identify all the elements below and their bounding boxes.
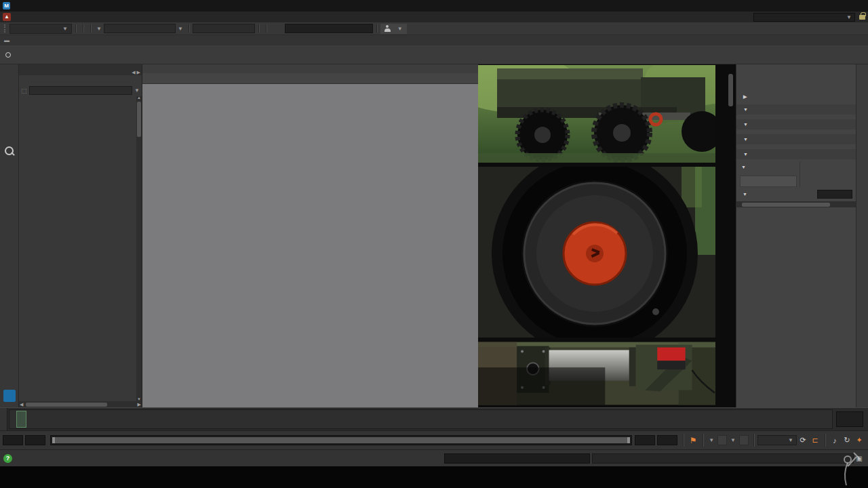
- outliner-tabs: ◀ ▶: [19, 64, 142, 75]
- shelf-menu-icon[interactable]: ▬: [4, 37, 9, 43]
- current-frame-marker[interactable]: [16, 411, 26, 428]
- rotate-settings-body: ▼: [736, 159, 856, 187]
- workspace-lock-icon[interactable]: [859, 15, 865, 20]
- rotate-space-select[interactable]: ▼: [740, 161, 797, 172]
- panel-stack-icon[interactable]: [2, 368, 17, 383]
- help-icon[interactable]: ?: [3, 454, 12, 463]
- filter-icon[interactable]: ⬚: [21, 87, 27, 94]
- scroll-up-icon[interactable]: ▲: [136, 96, 142, 100]
- mesh-section-header[interactable]: ▼: [736, 104, 856, 115]
- outliner-vertical-scrollbar[interactable]: ▲ ▼: [136, 96, 142, 401]
- zoom-tool-icon[interactable]: [2, 144, 17, 159]
- fps-select[interactable]: ▼: [757, 435, 797, 445]
- outliner-search-row: ⬚ ▼: [19, 85, 142, 96]
- chevron-down-icon: ▼: [846, 14, 852, 20]
- command-help-row: ? ▣: [0, 449, 868, 466]
- playback-start-field[interactable]: [25, 435, 45, 445]
- main-area: ◀ ▶ ⬚ ▼ ▲ ▼: [0, 64, 868, 407]
- playback-controls: [865, 408, 868, 430]
- menu-bar: ▲ ▼: [0, 12, 868, 22]
- menu-set-selector[interactable]: ▼: [9, 24, 72, 34]
- step-snap-row: ▼: [736, 187, 856, 199]
- viewport-canvas[interactable]: [142, 84, 478, 407]
- time-slider: [0, 407, 868, 430]
- status-grip[interactable]: [4, 24, 7, 33]
- reference-photo-winch: [478, 342, 715, 405]
- chevron-down-icon: ▼: [743, 152, 748, 157]
- toolkit-horizontal-scrollbar[interactable]: [736, 201, 856, 207]
- shelf-editor-icon[interactable]: [5, 52, 11, 58]
- selection-name-input[interactable]: [285, 24, 373, 33]
- shelf-tab-bar: ▬: [0, 35, 868, 45]
- anim-layer-caret[interactable]: ▼: [730, 437, 736, 443]
- reference-photo-hub-closeup: [478, 167, 715, 338]
- search-options-caret[interactable]: ▼: [134, 87, 140, 94]
- tools-section-header[interactable]: ▼: [736, 134, 856, 144]
- chevron-down-icon: ▼: [743, 107, 748, 112]
- symmetry-field[interactable]: [193, 24, 255, 33]
- anim-layer-select[interactable]: [739, 435, 749, 445]
- reference-image-panel: [478, 64, 736, 407]
- maya-window: M ▲ ▼ ▼: [0, 0, 868, 488]
- edit-pivot-button[interactable]: [740, 176, 797, 187]
- animation-start-field[interactable]: [3, 435, 23, 445]
- time-slider-ruler[interactable]: [9, 409, 833, 429]
- mel-command-input[interactable]: [444, 453, 590, 464]
- reference-photo-truck-rear: [478, 65, 715, 163]
- live-surface-caret[interactable]: ▼: [178, 26, 183, 32]
- chevron-down-icon: ▼: [788, 437, 793, 443]
- toolbox: [0, 64, 19, 407]
- chevron-down-icon: ▼: [743, 137, 748, 142]
- workspace-select[interactable]: ▼: [753, 13, 855, 22]
- rotate-settings-header[interactable]: ▼: [736, 149, 856, 159]
- evaluation-mode-icon[interactable]: ↻: [841, 436, 853, 445]
- outliner-horizontal-scrollbar[interactable]: ◀ ▶: [19, 401, 142, 407]
- script-editor-icon[interactable]: ▣: [854, 455, 865, 462]
- scroll-right-icon[interactable]: ▶: [138, 401, 141, 407]
- shelf: [0, 45, 868, 64]
- soft-selection-header[interactable]: ▶: [736, 91, 856, 102]
- reference-panel-scrollbar[interactable]: [728, 74, 733, 106]
- modeling-toolkit-panel: ▶ ▼ ▼ ▼: [736, 64, 856, 407]
- outliner-list: ▲ ▼: [19, 96, 142, 401]
- chevron-right-icon: ▶: [743, 94, 747, 100]
- range-slider[interactable]: [50, 435, 632, 445]
- tab-scroll-arrows[interactable]: ◀ ▶: [132, 70, 142, 75]
- set-key-icon[interactable]: ⚑: [687, 436, 699, 445]
- chevron-down-icon: ▼: [743, 122, 748, 127]
- maya-menu-icon[interactable]: ▲: [3, 13, 11, 21]
- range-slider-row: ⚑ ▼ ▼ ▼ ⟳ ⊏ ♪ ↻ ✦: [0, 430, 868, 449]
- animation-end-field[interactable]: [657, 435, 677, 445]
- components-section-header[interactable]: ▼: [736, 119, 856, 129]
- character-set-select[interactable]: [717, 435, 727, 445]
- viewport-menu-bar: [142, 64, 478, 73]
- snap-options-caret[interactable]: ▼: [96, 26, 102, 32]
- scroll-left-icon[interactable]: ◀: [20, 401, 23, 407]
- maya-logo: [3, 390, 16, 402]
- outliner-search-input[interactable]: [29, 86, 133, 95]
- perspective-viewport: [142, 64, 478, 407]
- chevron-down-icon: ▼: [397, 26, 403, 32]
- live-surface-field[interactable]: [104, 24, 176, 33]
- anim-prefs-icon[interactable]: ✦: [853, 436, 865, 445]
- command-result-field: [592, 453, 854, 464]
- letterbox-bar: [0, 466, 868, 488]
- title-bar: M: [0, 0, 868, 12]
- current-time-field[interactable]: [836, 411, 863, 427]
- user-account-menu[interactable]: ▼: [380, 24, 407, 34]
- right-sidebar-tabs: [856, 64, 868, 407]
- user-avatar-icon: [384, 25, 391, 32]
- input-field-mode-icon[interactable]: [270, 24, 285, 34]
- audio-mute-icon[interactable]: ♪: [829, 436, 841, 445]
- time-slider-grip[interactable]: [0, 408, 7, 430]
- maya-app-icon: M: [3, 2, 10, 9]
- playback-end-field[interactable]: [635, 435, 655, 445]
- step-snap-value-field[interactable]: [817, 190, 852, 199]
- selection-info: [736, 76, 856, 85]
- outliner-panel: ◀ ▶ ⬚ ▼ ▲ ▼: [19, 64, 142, 407]
- character-set-caret[interactable]: ▼: [709, 437, 714, 443]
- chevron-down-icon[interactable]: ▼: [743, 192, 747, 197]
- loop-playback-icon[interactable]: ⟳: [797, 436, 809, 445]
- chevron-down-icon: ▼: [62, 26, 68, 32]
- clamp-playback-icon[interactable]: ⊏: [809, 436, 821, 445]
